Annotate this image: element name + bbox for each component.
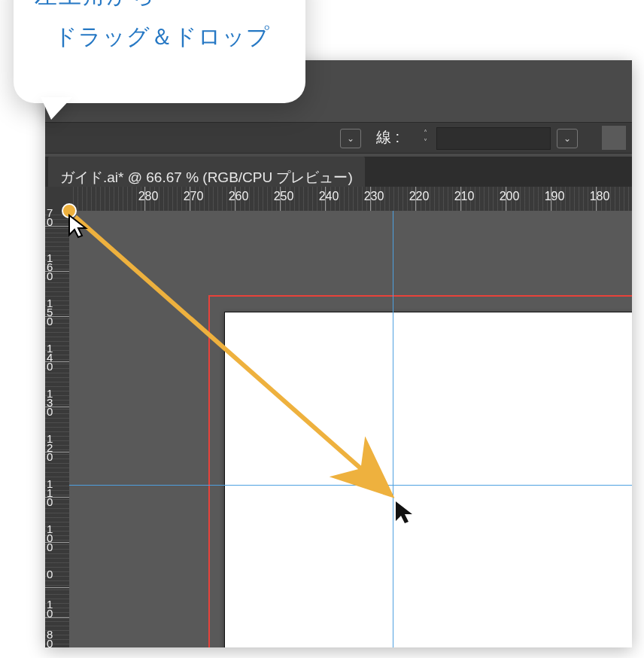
options-overflow[interactable] bbox=[602, 126, 626, 150]
ruler-h-tick: 270 bbox=[190, 187, 193, 211]
ruler-v-tick-label: 0 bbox=[47, 570, 53, 579]
callout-tail bbox=[41, 97, 72, 120]
ruler-h-ticks: 280270260250240230220210200190180170 bbox=[69, 187, 632, 211]
ruler-h-tick: 210 bbox=[460, 187, 463, 211]
ruler-v-tick-label: 130 bbox=[47, 389, 53, 416]
ruler-h-tick-label: 240 bbox=[314, 190, 344, 203]
ruler-h-tick-label: 170 bbox=[630, 190, 632, 203]
ruler-v-tick: 160 bbox=[45, 271, 69, 272]
callout-line1: 左上角から bbox=[35, 0, 284, 11]
cursor-icon bbox=[68, 214, 90, 239]
ruler-vertical[interactable]: 7016015014013012011010001080 bbox=[45, 211, 70, 647]
ruler-h-tick-label: 220 bbox=[404, 190, 434, 203]
ruler-v-tick: 100 bbox=[45, 542, 69, 543]
ruler-v-tick: 10 bbox=[45, 617, 69, 618]
ruler-h-tick-label: 230 bbox=[359, 190, 389, 203]
callout-line2: ドラッグ＆ドロップ bbox=[35, 22, 284, 53]
ruler-v-tick: 140 bbox=[45, 361, 69, 362]
ruler-horizontal[interactable]: 280270260250240230220210200190180170 bbox=[69, 187, 632, 212]
stroke-profile-dropdown[interactable]: ⌄ bbox=[557, 129, 578, 148]
ruler-v-tick-label: 150 bbox=[47, 299, 53, 326]
dropdown-caret[interactable]: ⌄ bbox=[340, 129, 361, 148]
ruler-v-tick-label: 10 bbox=[47, 600, 53, 618]
ruler-v-tick: 110 bbox=[45, 497, 69, 498]
ruler-h-tick-label: 270 bbox=[178, 190, 208, 203]
ruler-h-tick: 280 bbox=[144, 187, 147, 211]
ruler-h-tick: 240 bbox=[325, 187, 328, 211]
artboard[interactable] bbox=[224, 312, 632, 647]
stroke-label: 線 : bbox=[376, 127, 399, 148]
ruler-v-tick-label: 110 bbox=[47, 480, 53, 507]
ruler-v-tick: 70 bbox=[45, 226, 69, 227]
ruler-v-tick-label: 140 bbox=[47, 344, 53, 371]
ruler-h-tick: 250 bbox=[280, 187, 283, 211]
canvas[interactable] bbox=[69, 211, 632, 647]
chevron-down-icon[interactable]: ˅ bbox=[417, 139, 433, 146]
ruler-v-tick: 0 bbox=[45, 587, 69, 588]
chevron-up-icon[interactable]: ˄ bbox=[417, 129, 433, 137]
stroke-profile-swatch[interactable] bbox=[436, 127, 551, 150]
ruler-h-tick: 180 bbox=[596, 187, 599, 211]
document-tabs: ガイド.ai* @ 66.67 % (RGB/CPU プレビュー) bbox=[45, 157, 632, 187]
ruler-h-tick: 200 bbox=[506, 187, 509, 211]
ruler-h-tick-label: 280 bbox=[133, 190, 163, 203]
ruler-v-tick: 120 bbox=[45, 452, 69, 452]
ruler-h-tick: 260 bbox=[235, 187, 238, 211]
ruler-h-tick-label: 250 bbox=[269, 190, 299, 203]
ruler-h-tick-label: 180 bbox=[585, 190, 615, 203]
app-window: ⌄ 線 : ˄ ˅ ⌄ ガイド.ai* @ 66.67 % (RGB/CPU プ… bbox=[45, 60, 632, 647]
cursor-icon bbox=[394, 500, 417, 525]
options-bar: ⌄ 線 : ˄ ˅ ⌄ bbox=[45, 122, 632, 154]
ruler-h-tick-label: 200 bbox=[494, 190, 524, 203]
ruler-h-tick-label: 260 bbox=[223, 190, 254, 203]
document-tab-title: ガイド.ai* @ 66.67 % (RGB/CPU プレビュー) bbox=[60, 168, 353, 187]
ruler-v-tick-label: 80 bbox=[47, 630, 53, 647]
stroke-weight-stepper[interactable]: ˄ ˅ bbox=[417, 126, 433, 150]
ruler-v-tick-label: 100 bbox=[47, 525, 53, 552]
callout-bubble: 左上角から ドラッグ＆ドロップ bbox=[14, 0, 305, 103]
ruler-v-tick-label: 70 bbox=[47, 209, 53, 227]
ruler-h-tick: 230 bbox=[370, 187, 373, 211]
ruler-v-tick: 150 bbox=[45, 316, 69, 317]
ruler-v-tick-label: 160 bbox=[47, 254, 53, 281]
ruler-h-tick: 190 bbox=[551, 187, 554, 211]
ruler-h-tick-label: 190 bbox=[539, 190, 570, 203]
ruler-h-tick: 220 bbox=[415, 187, 418, 211]
ruler-v-tick: 130 bbox=[45, 407, 69, 407]
ruler-h-tick-label: 210 bbox=[449, 190, 479, 203]
ruler-v-tick-label: 120 bbox=[47, 434, 53, 462]
